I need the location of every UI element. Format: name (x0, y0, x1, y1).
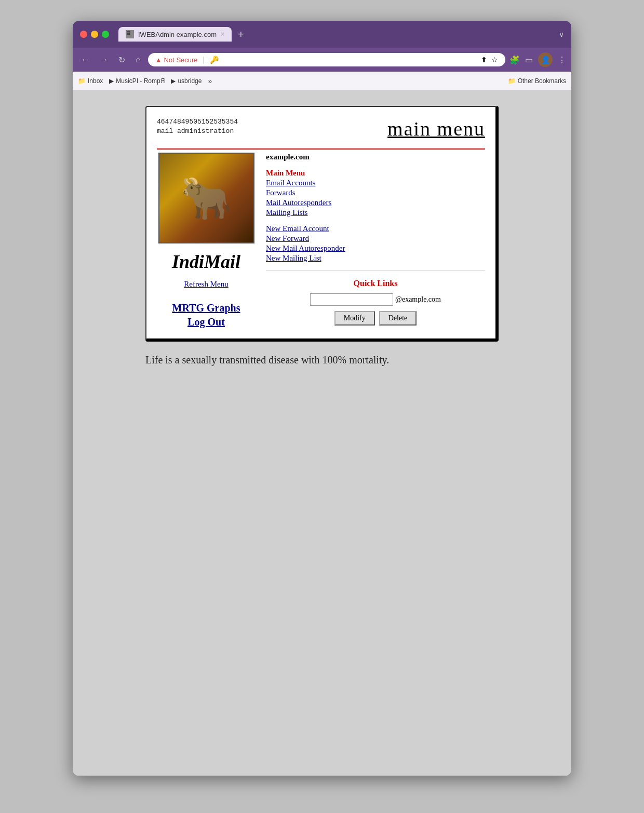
toolbar-right: 🧩 ▭ 👤 ⋮ (509, 52, 566, 67)
panel-left: IndiMail Refresh Menu MRTG Graphs Log Ou… (157, 153, 256, 328)
tab-area: 🖥 IWEBAdmin example.com × + ∨ (118, 27, 564, 42)
mail-panel: 46474849505152535354 mail administration… (145, 106, 499, 342)
mrtg-graphs-link[interactable]: MRTG Graphs (172, 302, 240, 314)
new-email-account-link[interactable]: New Email Account (266, 224, 485, 233)
account-info: 46474849505152535354 mail administration (157, 117, 238, 136)
new-items-section: New Email Account New Forward New Mail A… (266, 224, 485, 263)
panel-title: main menu (387, 117, 485, 140)
bookmark-icon-musicpi: ▶ (109, 77, 114, 85)
log-out-link[interactable]: Log Out (187, 316, 225, 328)
bookmark-item-musicpi[interactable]: ▶ MusicPI - RompЯ (109, 77, 165, 85)
close-window-button[interactable] (80, 31, 87, 38)
footer-quote: Life is a sexually transmitted disease w… (145, 354, 499, 366)
bookmark-icon-inbox: 📁 (78, 77, 86, 85)
other-bookmarks[interactable]: 📁 Other Bookmarks (508, 77, 566, 85)
not-secure-text: Not Secure (164, 56, 198, 64)
new-forward-link[interactable]: New Forward (266, 234, 485, 243)
delete-button[interactable]: Delete (379, 311, 417, 326)
panel-right: example.com Main Menu Email Accounts For… (266, 153, 485, 326)
reload-button[interactable]: ↻ (115, 53, 128, 67)
bookmark-star-icon[interactable]: ☆ (491, 56, 498, 64)
mailing-lists-link[interactable]: Mailing Lists (266, 208, 485, 217)
mail-autoresponders-link[interactable]: Mail Autoresponders (266, 198, 485, 207)
folder-icon: 📁 (508, 77, 516, 85)
title-bar: 🖥 IWEBAdmin example.com × + ∨ (73, 21, 571, 48)
forward-button[interactable]: → (97, 53, 111, 66)
domain-name: example.com (266, 153, 485, 161)
bookmark-label-inbox: Inbox (88, 77, 103, 85)
bookmark-item-inbox[interactable]: 📁 Inbox (78, 77, 103, 85)
more-bookmarks-icon[interactable]: » (208, 77, 212, 85)
menu-section: Main Menu Email Accounts Forwards Mail A… (266, 169, 485, 217)
panel-header: 46474849505152535354 mail administration… (157, 117, 485, 140)
back-button[interactable]: ← (78, 53, 92, 66)
home-button[interactable]: ⌂ (132, 53, 144, 66)
share-icon[interactable]: ⬆ (481, 56, 487, 64)
traffic-lights (80, 31, 109, 38)
bookmark-item-usbridge[interactable]: ▶ usbridge (171, 77, 202, 85)
quick-links-input-row: @example.com (310, 293, 441, 306)
new-tab-button[interactable]: + (235, 29, 247, 40)
tab-list-chevron[interactable]: ∨ (559, 30, 564, 38)
admin-label: mail administration (157, 127, 238, 136)
logo-image (158, 153, 254, 243)
refresh-menu-link[interactable]: Refresh Menu (184, 280, 228, 289)
maximize-window-button[interactable] (102, 31, 109, 38)
url-actions: ⬆ ☆ (481, 56, 498, 64)
browser-window: 🖥 IWEBAdmin example.com × + ∨ ← → ↻ ⌂ ▲ … (73, 21, 571, 776)
logo-text: IndiMail (172, 251, 240, 273)
modify-button[interactable]: Modify (334, 311, 375, 326)
more-menu-icon[interactable]: ⋮ (558, 55, 566, 65)
tab-favicon: 🖥 (126, 30, 134, 38)
url-separator: | (201, 56, 207, 64)
quick-links-buttons: Modify Delete (334, 311, 417, 326)
warning-icon: ▲ (155, 56, 162, 64)
address-bar: ← → ↻ ⌂ ▲ Not Secure | 🔑 ⬆ ☆ 🧩 ▭ 👤 ⋮ (73, 48, 571, 72)
bookmark-label-musicpi: MusicPI - RompЯ (116, 77, 165, 85)
tab-title: IWEBAdmin example.com (138, 31, 217, 38)
security-warning: ▲ Not Secure (155, 56, 198, 64)
main-menu-label: Main Menu (266, 169, 485, 178)
quick-links-domain: @example.com (395, 295, 441, 304)
quick-links-input[interactable] (310, 293, 393, 306)
quick-links-title: Quick Links (354, 279, 398, 288)
active-tab[interactable]: 🖥 IWEBAdmin example.com × (118, 27, 232, 42)
red-divider (157, 148, 485, 150)
new-mailing-list-link[interactable]: New Mailing List (266, 254, 485, 263)
account-number: 46474849505152535354 (157, 117, 238, 127)
forwards-link[interactable]: Forwards (266, 188, 485, 197)
window-icon[interactable]: ▭ (525, 55, 533, 65)
email-accounts-link[interactable]: Email Accounts (266, 179, 485, 187)
panel-left-links: Refresh Menu MRTG Graphs Log Out (157, 280, 256, 328)
page-content: 46474849505152535354 mail administration… (73, 90, 571, 776)
user-avatar[interactable]: 👤 (538, 52, 553, 67)
quick-links-section: Quick Links @example.com Modify Delete (266, 270, 485, 326)
minimize-window-button[interactable] (91, 31, 98, 38)
extensions-icon[interactable]: 🧩 (509, 55, 520, 65)
panel-body: IndiMail Refresh Menu MRTG Graphs Log Ou… (157, 153, 485, 328)
key-icon: 🔑 (210, 56, 219, 64)
new-mail-autoresponder-link[interactable]: New Mail Autoresponder (266, 244, 485, 253)
tab-close-button[interactable]: × (221, 31, 224, 38)
bookmark-label-usbridge: usbridge (178, 77, 202, 85)
bookmark-icon-usbridge: ▶ (171, 77, 176, 85)
bookmarks-bar: 📁 Inbox ▶ MusicPI - RompЯ ▶ usbridge » 📁… (73, 72, 571, 90)
url-bar[interactable]: ▲ Not Secure | 🔑 ⬆ ☆ (148, 53, 505, 66)
other-bookmarks-label: Other Bookmarks (518, 77, 566, 85)
